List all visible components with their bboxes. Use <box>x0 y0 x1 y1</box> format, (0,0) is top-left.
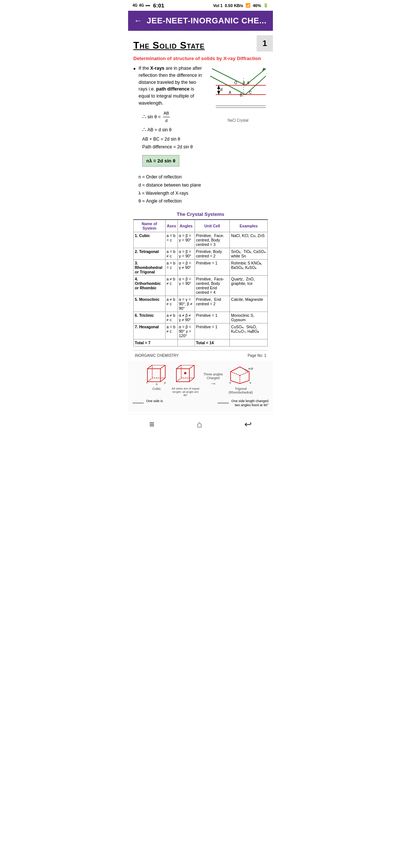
svg-text:a: a <box>250 381 251 384</box>
trigonal-label: Trigonal (Rhombohedral) <box>226 387 255 394</box>
cubic-svg: c b p <box>146 365 168 385</box>
diagram-label: NaCl Crystal <box>228 118 248 122</box>
bullet-text-xray: If the X-rays are in phase after reflect… <box>138 65 205 107</box>
svg-point-41 <box>184 372 186 374</box>
svg-line-38 <box>176 378 181 382</box>
math-column: • If the X-rays are in phase after refle… <box>133 65 205 170</box>
row1-examples: NaCl, KCl, Cu, ZnS <box>230 232 268 248</box>
svg-marker-9 <box>217 91 220 95</box>
signal-4g-1: 4G <box>133 3 137 7</box>
svg-text:α=β=γ≠90°: α=β=γ≠90° <box>248 367 253 370</box>
svg-text:p: p <box>164 381 166 384</box>
fraction-num: AB <box>163 110 170 118</box>
xrd-diagram: d θ θ O A B C <box>208 65 268 117</box>
highlighted-equation: nλ = 2d sin θ <box>142 155 179 167</box>
bcc-svg <box>175 365 197 385</box>
eq-line-1: ∴ sin θ = AB d <box>142 110 205 125</box>
trigonal-illustration: b a α=β=γ≠90° Trigonal (Rhombohedral) <box>226 365 255 394</box>
diagram-column: d θ θ O A B C NaCl Crystal <box>208 65 268 170</box>
app-bar: ← JEE-NEET-INORGANIC CHE... <box>128 11 273 31</box>
table-row: 6. Triclinic a ≠ b ≠ c α ≠ β ≠ γ ≠ 90° P… <box>134 312 268 323</box>
row7-examples: CuSO₄. 5H₂O, K₂Cr₂O₇, H₃BO₃ <box>230 323 268 339</box>
row3-axes: a = b = c <box>165 259 177 275</box>
header-name: Name of System <box>134 220 166 232</box>
svg-line-34 <box>189 365 194 369</box>
row4-angles: α = β = γ = 90° <box>177 275 195 296</box>
eq-text-3: AB + BC = 2d sin θ <box>142 135 180 144</box>
row1-angles: α = β = γ = 90° <box>177 232 195 248</box>
row6-examples: Monoclinic S, Gypsum <box>230 312 268 323</box>
nav-bar: ≡ ⌂ ↩ <box>128 414 273 434</box>
time: 6:01 <box>153 2 164 9</box>
total-right: Total = 14 <box>195 339 230 346</box>
row5-examples: Calcite, Magnesite <box>230 296 268 312</box>
app-bar-title: JEE-NEET-INORGANIC CHE... <box>147 16 267 26</box>
svg-line-42 <box>240 367 249 372</box>
nav-home-button[interactable]: ⌂ <box>197 419 202 430</box>
total-end <box>230 339 268 346</box>
table-row: 7. Hexagonal a = b ≠ c α = β = 90° γ = 1… <box>134 323 268 339</box>
eq-text-2: AB = d sin θ <box>147 126 172 134</box>
svg-text:c: c <box>146 381 148 384</box>
table-row: 2. Tetragonal a = b ≠ c α = β = γ = 90° … <box>134 248 268 259</box>
eq-text-4: Path difference = 2d sin θ <box>142 143 193 151</box>
table-title: The Crystal Systems <box>133 211 268 217</box>
page-content: 1 The Solid State Determination of struc… <box>128 31 273 361</box>
svg-marker-8 <box>217 85 220 89</box>
nav-back-button[interactable]: ↩ <box>244 419 252 430</box>
svg-text:θ: θ <box>247 81 250 85</box>
highlighted-eq-wrapper: nλ = 2d sin θ <box>142 154 205 167</box>
trigonal-svg: b a α=β=γ≠90° <box>229 365 253 385</box>
svg-text:A: A <box>229 91 231 95</box>
row2-angles: α = β = γ = 90° <box>177 248 195 259</box>
svg-line-26 <box>147 378 152 382</box>
speed: 0.50 KB/s <box>225 3 243 8</box>
page-badge: 1 <box>257 35 273 52</box>
row1-name: 1. Cubic <box>134 232 166 248</box>
svg-line-43 <box>231 367 240 372</box>
row6-angles: α ≠ β ≠ γ ≠ 90° <box>177 312 195 323</box>
row6-unitcell: Primitive = 1 <box>195 312 230 323</box>
row1-unitcell: Primitive, Face-centred, Body centred = … <box>195 232 230 248</box>
row2-unitcell: Primitive, Body centred = 2 <box>195 248 230 259</box>
row6-axes: a ≠ b ≠ c <box>165 312 177 323</box>
header-angles: Angles <box>177 220 195 232</box>
row5-axes: a ≠ b ≠ c <box>165 296 177 312</box>
nav-menu-button[interactable]: ≡ <box>149 419 154 430</box>
table-row: 4. Orthorhombic or Rhombic a ≠ b ≠ c α =… <box>134 275 268 296</box>
page-footer: INORGANIC CHEMISTRY Page No: 1 <box>133 350 268 361</box>
svg-line-21 <box>147 365 152 369</box>
row7-angles: α = β = 90° γ = 120° <box>177 323 195 339</box>
svg-marker-2 <box>262 68 266 72</box>
row3-examples: Rohmbic S KNO₃, BaSO₄, K₂SO₄ <box>230 259 268 275</box>
svg-text:d: d <box>220 87 222 92</box>
svg-text:B: B <box>240 93 242 97</box>
row7-name: 7. Hexagonal <box>134 323 166 339</box>
cubic-label: Cubic <box>152 387 161 391</box>
svg-text:O: O <box>234 81 237 85</box>
wifi-icon: 📶 <box>245 3 251 8</box>
cubic-illustration: c b p Cubic <box>146 365 168 391</box>
row6-name: 6. Triclinic <box>134 312 166 323</box>
row1-axes: a = b = c <box>165 232 177 248</box>
bullet-dot: • <box>133 65 136 107</box>
status-bar: 4G 4G ••• 6:01 Vol 1 0.50 KB/s 📶 46% 🔋 <box>128 0 273 11</box>
row3-unitcell: Primitive = 1 <box>195 259 230 275</box>
back-button[interactable]: ← <box>134 16 142 26</box>
svg-line-0 <box>212 69 245 85</box>
vol-label: Vol 1 <box>213 3 222 8</box>
header-axes: Axes <box>165 220 177 232</box>
total-mid <box>177 339 195 346</box>
row7-axes: a = b ≠ c <box>165 323 177 339</box>
status-left: 4G 4G ••• 6:01 <box>133 2 164 9</box>
legend-2: d = distance between two plane <box>138 181 268 190</box>
footer-right: Page No: 1 <box>248 354 266 358</box>
crystal-table-section: The Crystal Systems Name of System Axes … <box>133 211 268 346</box>
legend-items: n = Order of reflection d = distance bet… <box>138 173 268 205</box>
section-heading: Determination of structure of solids by … <box>133 56 268 61</box>
arrow-label: Three anglesCharged <box>203 372 223 380</box>
svg-text:θ: θ <box>243 81 245 85</box>
svg-line-33 <box>176 365 181 369</box>
table-header-row: Name of System Axes Angles Unit Cell Exa… <box>134 220 268 232</box>
row4-unitcell: Primitive, Face-centred, Body centred En… <box>195 275 230 296</box>
